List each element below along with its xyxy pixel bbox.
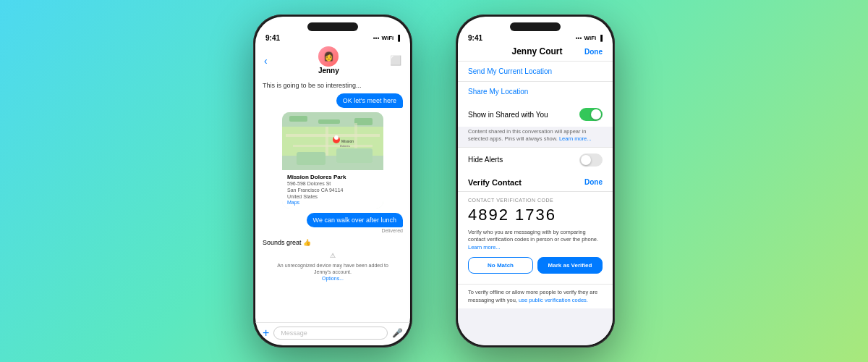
contact-detail-title: Jenny Court — [490, 46, 584, 56]
show-shared-label: Show in Shared with You — [468, 111, 548, 119]
show-shared-desc: Content shared in this conversation will… — [458, 127, 613, 147]
svg-rect-10 — [336, 148, 373, 163]
map-card[interactable]: Mission Dolores Mission Dolores Park 596… — [282, 112, 383, 209]
no-match-button[interactable]: No Match — [468, 257, 533, 274]
contact-nav: Jenny Court Done — [458, 43, 613, 62]
share-location-button[interactable]: Share My Location — [458, 82, 613, 101]
verify-footer: To verify offline or allow more people t… — [458, 284, 613, 308]
learn-more-link-2[interactable]: Learn more... — [468, 244, 501, 251]
status-time-left: 9:41 — [265, 34, 280, 42]
svg-rect-2 — [289, 116, 307, 122]
sounds-great-message: Sounds great 👍 — [263, 237, 403, 248]
svg-rect-7 — [326, 127, 328, 156]
hide-alerts-label: Hide Alerts — [468, 156, 503, 164]
verification-code: 4892 1736 — [468, 206, 603, 224]
signal-icon-r: ▪▪▪ — [576, 35, 582, 41]
add-attachment-button[interactable]: + — [263, 327, 269, 340]
warning-icon: ⚠ — [263, 252, 403, 259]
map-source: Maps — [287, 200, 378, 205]
messages-list: This is going to be so interesting... OK… — [255, 79, 410, 322]
map-svg: Mission Dolores — [282, 112, 383, 170]
message-received-1: This is going to be so interesting... — [263, 82, 362, 89]
battery-icon: ▐ — [396, 35, 400, 41]
status-bar-right: 9:41 ▪▪▪ WiFi ▐ — [458, 31, 613, 43]
map-visual: Mission Dolores — [282, 112, 383, 170]
svg-point-12 — [334, 135, 339, 140]
messages-input-bar: + Message 🎤 — [255, 322, 410, 345]
show-shared-toggle[interactable] — [579, 108, 603, 121]
status-time-right: 9:41 — [468, 34, 482, 42]
message-placeholder: Message — [281, 329, 307, 337]
svg-text:Mission: Mission — [341, 139, 354, 143]
video-call-button[interactable]: ⬜ — [390, 55, 401, 66]
voice-input-button[interactable]: 🎤 — [392, 328, 403, 338]
battery-icon-r: ▐ — [598, 35, 603, 41]
signal-icon: ▪▪▪ — [373, 35, 380, 41]
map-title: Mission Dolores Park — [287, 174, 378, 180]
contact-name: Jenny — [318, 67, 339, 75]
message-sent-1: OK let's meet here — [336, 93, 403, 108]
learn-more-link-1[interactable]: Learn more... — [559, 135, 592, 142]
verify-section: Verify Contact Done CONTACT VERIFICATION… — [458, 172, 613, 346]
verify-title: Verify Contact — [468, 178, 522, 187]
map-info: Mission Dolores Park 596-598 Dolores StS… — [282, 170, 383, 209]
warning-text: An unrecognized device may have been add… — [263, 259, 403, 285]
hide-alerts-toggle[interactable] — [579, 153, 603, 167]
wifi-icon-r: WiFi — [584, 35, 597, 41]
svg-rect-6 — [293, 145, 373, 147]
hide-alerts-row: Hide Alerts — [458, 147, 613, 172]
svg-rect-5 — [286, 134, 380, 137]
contact-body: Send My Current Location Share My Locati… — [458, 62, 613, 345]
contact-avatar[interactable]: 👩 — [318, 46, 339, 67]
dynamic-island-right — [510, 22, 561, 31]
status-icons-left: ▪▪▪ WiFi ▐ — [373, 35, 400, 41]
phone-right: 9:41 ▪▪▪ WiFi ▐ Jenny Court Done Send My… — [456, 14, 615, 348]
messages-nav: ‹ 👩 Jenny ⬜ — [255, 43, 410, 79]
warning-container: ⚠ An unrecognized device may have been a… — [263, 252, 403, 285]
phone-left: 9:41 ▪▪▪ WiFi ▐ ‹ 👩 Jenny ⬜ This is goin… — [253, 14, 412, 348]
status-bar-left: 9:41 ▪▪▪ WiFi ▐ — [255, 31, 410, 43]
verify-done-button[interactable]: Done — [584, 178, 603, 186]
verify-buttons: No Match Mark as Verified — [468, 257, 603, 274]
mark-verified-button[interactable]: Mark as Verified — [537, 257, 603, 274]
verify-header: Verify Contact Done — [458, 172, 613, 192]
send-location-button[interactable]: Send My Current Location — [458, 62, 613, 82]
svg-rect-9 — [297, 152, 326, 165]
message-bubble: OK let's meet here — [336, 93, 403, 108]
svg-text:Dolores: Dolores — [340, 144, 350, 148]
show-shared-toggle-row: Show in Shared with You — [458, 102, 613, 127]
delivered-label: Delivered — [307, 228, 403, 233]
message-bubble-2: We can walk over after lunch — [307, 213, 403, 227]
public-codes-link[interactable]: use public verification codes. — [519, 297, 588, 303]
verify-description: Verify who you are messaging with by com… — [468, 229, 603, 252]
verify-content: CONTACT VERIFICATION CODE 4892 1736 Veri… — [458, 192, 613, 285]
options-link[interactable]: Options... — [322, 276, 344, 281]
wifi-icon: WiFi — [382, 35, 394, 41]
code-label: CONTACT VERIFICATION CODE — [468, 198, 603, 203]
status-icons-right: ▪▪▪ WiFi ▐ — [576, 35, 603, 41]
location-section: Send My Current Location Share My Locati… — [458, 62, 613, 101]
avatar-emoji: 👩 — [323, 51, 334, 62]
dynamic-island-left — [307, 22, 358, 31]
svg-rect-3 — [318, 119, 340, 124]
shared-with-you-section: Show in Shared with You Content shared i… — [458, 102, 613, 147]
message-sent-2: We can walk over after lunch Delivered — [307, 213, 403, 233]
contact-done-button[interactable]: Done — [584, 48, 603, 56]
map-address: 596-598 Dolores StSan Francisco CA 94114… — [287, 180, 378, 200]
message-text: This is going to be so interesting... — [263, 80, 362, 90]
message-input[interactable]: Message — [273, 327, 388, 340]
